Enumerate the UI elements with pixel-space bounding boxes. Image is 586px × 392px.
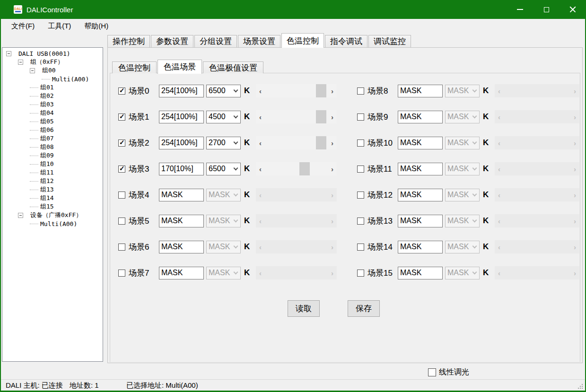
- brightness-input[interactable]: [159, 163, 204, 175]
- scroll-right-icon[interactable]: ›: [574, 166, 576, 173]
- brightness-input[interactable]: [398, 163, 443, 175]
- scroll-left-icon[interactable]: ‹: [498, 87, 500, 95]
- tree-item[interactable]: 组12: [2, 177, 103, 185]
- scroll-right-icon[interactable]: ›: [331, 139, 333, 147]
- scroll-right-icon[interactable]: ›: [331, 87, 333, 95]
- scroll-left-icon[interactable]: ‹: [498, 113, 500, 121]
- scroll-right-icon[interactable]: ›: [331, 270, 333, 277]
- color-temp-scrollbar[interactable]: ‹ ›: [256, 266, 337, 279]
- scroll-left-icon[interactable]: ‹: [498, 244, 500, 251]
- tab-操作控制[interactable]: 操作控制: [107, 35, 150, 47]
- tree-item[interactable]: 组02: [2, 92, 103, 100]
- tree-item[interactable]: 组14: [2, 194, 103, 202]
- scroll-left-icon[interactable]: ‹: [498, 166, 500, 173]
- tree-item[interactable]: Multi(A00): [2, 219, 103, 228]
- device-tree[interactable]: DALI USB(0001)组（0xFF）组00Multi(A00)组01组02…: [2, 47, 103, 362]
- color-temp-scrollbar[interactable]: ‹ ›: [256, 136, 337, 149]
- color-temp-select[interactable]: MASK: [445, 241, 480, 253]
- scroll-right-icon[interactable]: ›: [574, 270, 576, 277]
- color-temp-scrollbar[interactable]: ‹ ›: [495, 240, 579, 253]
- color-temp-select[interactable]: MASK: [445, 189, 480, 201]
- menu-help[interactable]: 帮助(H): [79, 19, 113, 33]
- scroll-left-icon[interactable]: ‹: [259, 270, 262, 277]
- tree-item[interactable]: Multi(A00): [2, 75, 103, 83]
- color-temp-scrollbar[interactable]: ‹ ›: [495, 214, 579, 227]
- scroll-right-icon[interactable]: ›: [331, 244, 333, 251]
- scroll-right-icon[interactable]: ›: [331, 113, 333, 121]
- tree-item[interactable]: 组03: [2, 100, 103, 109]
- scroll-right-icon[interactable]: ›: [574, 244, 576, 251]
- minimize-button[interactable]: [507, 0, 533, 19]
- tree-item[interactable]: 设备（广播0xFF）: [2, 211, 103, 219]
- brightness-input[interactable]: [398, 215, 443, 227]
- tree-item[interactable]: 组07: [2, 134, 103, 143]
- tab-分组设置[interactable]: 分组设置: [194, 35, 237, 47]
- linear-dimming-checkbox[interactable]: [428, 368, 436, 376]
- scene-checkbox[interactable]: [357, 113, 364, 121]
- tree-item[interactable]: 组11: [2, 168, 103, 177]
- brightness-input[interactable]: [398, 111, 443, 123]
- tree-item[interactable]: 组08: [2, 143, 103, 151]
- scroll-left-icon[interactable]: ‹: [259, 166, 262, 173]
- scene-checkbox[interactable]: [357, 166, 364, 173]
- brightness-input[interactable]: [159, 111, 204, 123]
- save-button[interactable]: 保存: [348, 300, 380, 317]
- brightness-input[interactable]: [398, 85, 443, 97]
- color-temp-scrollbar[interactable]: ‹ ›: [256, 162, 337, 175]
- color-temp-scrollbar[interactable]: ‹ ›: [256, 188, 337, 201]
- collapse-icon[interactable]: [18, 213, 23, 218]
- color-temp-scrollbar[interactable]: ‹ ›: [495, 110, 579, 123]
- brightness-input[interactable]: [159, 215, 204, 227]
- scene-checkbox[interactable]: [357, 87, 364, 95]
- scroll-left-icon[interactable]: ‹: [259, 192, 262, 199]
- tree-item[interactable]: 组04: [2, 109, 103, 117]
- color-temp-select[interactable]: MASK: [206, 189, 241, 201]
- brightness-input[interactable]: [398, 189, 443, 201]
- color-temp-select[interactable]: MASK: [445, 267, 480, 279]
- close-button[interactable]: [560, 0, 586, 19]
- scrollbar-thumb[interactable]: [316, 84, 326, 97]
- scroll-left-icon[interactable]: ‹: [259, 87, 262, 95]
- scroll-left-icon[interactable]: ‹: [498, 139, 500, 147]
- scroll-right-icon[interactable]: ›: [331, 166, 333, 173]
- color-temp-scrollbar[interactable]: ‹ ›: [495, 84, 579, 97]
- tree-item[interactable]: 组05: [2, 117, 103, 126]
- collapse-icon[interactable]: [6, 51, 11, 56]
- tree-item[interactable]: DALI USB(0001): [2, 49, 103, 58]
- scene-checkbox[interactable]: [357, 139, 364, 147]
- tab-调试监控[interactable]: 调试监控: [368, 35, 411, 47]
- scroll-right-icon[interactable]: ›: [574, 113, 576, 121]
- subtab-色温控制[interactable]: 色温控制: [112, 61, 157, 73]
- color-temp-select[interactable]: MASK: [445, 85, 480, 97]
- brightness-input[interactable]: [398, 267, 443, 279]
- scrollbar-thumb[interactable]: [316, 136, 326, 149]
- scene-checkbox[interactable]: [118, 192, 125, 199]
- scroll-right-icon[interactable]: ›: [574, 139, 576, 147]
- color-temp-scrollbar[interactable]: ‹ ›: [495, 136, 579, 149]
- scene-checkbox[interactable]: [118, 218, 125, 225]
- brightness-input[interactable]: [398, 241, 443, 253]
- color-temp-scrollbar[interactable]: ‹ ›: [256, 240, 337, 253]
- subtab-色温极值设置[interactable]: 色温极值设置: [203, 61, 263, 73]
- scroll-left-icon[interactable]: ‹: [498, 192, 500, 199]
- scrollbar-thumb[interactable]: [299, 162, 310, 175]
- tree-item[interactable]: 组06: [2, 126, 103, 134]
- color-temp-select[interactable]: 6500: [206, 163, 241, 175]
- scroll-right-icon[interactable]: ›: [574, 87, 576, 95]
- brightness-input[interactable]: [398, 137, 443, 149]
- scroll-left-icon[interactable]: ‹: [259, 244, 262, 251]
- scene-checkbox[interactable]: [357, 192, 364, 199]
- read-button[interactable]: 读取: [288, 300, 320, 317]
- scene-checkbox[interactable]: [118, 139, 125, 147]
- color-temp-select[interactable]: MASK: [445, 215, 480, 227]
- color-temp-select[interactable]: 2700: [206, 137, 241, 149]
- tab-色温控制[interactable]: 色温控制: [281, 33, 324, 48]
- scene-checkbox[interactable]: [357, 244, 364, 251]
- color-temp-select[interactable]: 6500: [206, 85, 241, 97]
- color-temp-select[interactable]: MASK: [206, 241, 241, 253]
- subtab-色温场景[interactable]: 色温场景: [157, 60, 202, 74]
- scroll-right-icon[interactable]: ›: [574, 192, 576, 199]
- collapse-icon[interactable]: [18, 60, 23, 65]
- brightness-input[interactable]: [159, 85, 204, 97]
- brightness-input[interactable]: [159, 241, 204, 253]
